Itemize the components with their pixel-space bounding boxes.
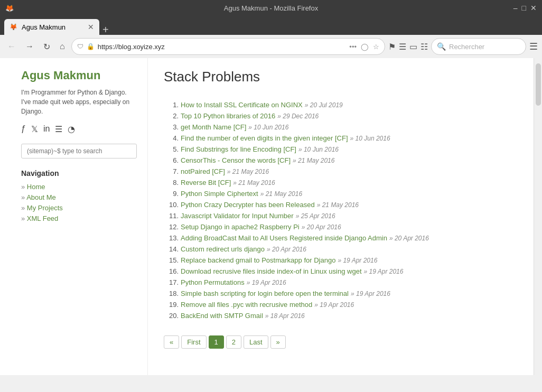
library-icon[interactable]: ☰ xyxy=(399,42,406,52)
nav-item-about[interactable]: About Me xyxy=(21,193,137,201)
maximize-icon[interactable]: □ xyxy=(522,4,526,12)
close-icon[interactable]: ✕ xyxy=(530,4,537,12)
list-item: 6. CensorThis - Censor the words [CF] » … xyxy=(164,156,518,164)
tab-bar: 🦊 Agus Makmun ✕ + xyxy=(0,16,542,35)
page-container: Agus Makmun I'm Programmer for Python & … xyxy=(0,58,542,375)
post-number: 12. xyxy=(164,223,179,231)
github-icon[interactable]: ◔ xyxy=(68,124,75,134)
reload-button[interactable]: ↻ xyxy=(40,40,53,54)
post-number: 17. xyxy=(164,278,179,286)
url-bar[interactable]: 🛡 🔒 https://blog.xoyize.xyz ••• ◯ ☆ xyxy=(71,38,385,55)
tab-close-button[interactable]: ✕ xyxy=(88,23,94,31)
post-date: » 25 Apr 2016 xyxy=(296,212,335,220)
post-link[interactable]: Python Crazy Decrypter has been Released xyxy=(181,201,315,209)
post-link[interactable]: Setup Django in apache2 Raspberry Pi xyxy=(181,223,300,231)
post-date: » 20 Jul 2019 xyxy=(305,101,343,109)
main-content: Stack Problems 1. How to Install SSL Cer… xyxy=(148,58,534,375)
nav-link-home[interactable]: Home xyxy=(27,183,45,191)
post-link[interactable]: Find the number of even digits in the gi… xyxy=(181,134,348,142)
post-date: » 21 May 2016 xyxy=(233,179,275,186)
bookmark-list-icon[interactable]: ⚑ xyxy=(388,42,396,52)
last-page-button[interactable]: Last xyxy=(244,335,268,349)
post-number: 1. xyxy=(164,101,179,109)
post-link[interactable]: Javascript Validator for Input Number xyxy=(181,212,294,220)
window-title: Agus Makmun - Mozilla Firefox xyxy=(224,4,318,12)
post-link[interactable]: Download recrusive files inside index-of… xyxy=(181,267,362,275)
nav-link-about[interactable]: About Me xyxy=(26,193,56,201)
post-link[interactable]: Find Substrings for line Encoding [CF] xyxy=(181,145,296,153)
post-date: » 21 May 2016 xyxy=(317,201,359,209)
bookmark-star-icon[interactable]: ☆ xyxy=(373,43,379,51)
sidebar-toggle-icon[interactable]: ▭ xyxy=(409,42,417,52)
post-link[interactable]: Remove all files .pyc with recrusive met… xyxy=(181,301,312,309)
twitter-icon[interactable]: 𝕏 xyxy=(31,124,38,134)
tab-favicon: 🦊 xyxy=(10,23,17,31)
scrollbar-thumb[interactable] xyxy=(536,63,541,106)
post-link[interactable]: Python Simple Ciphertext xyxy=(181,190,258,198)
minimize-icon[interactable]: – xyxy=(513,4,518,12)
linkedin-icon[interactable]: in xyxy=(43,124,50,134)
new-tab-button[interactable]: + xyxy=(102,24,109,35)
search-bar[interactable]: 🔍 Rechercher xyxy=(431,38,526,55)
post-date: » 19 Apr 2016 xyxy=(314,301,354,309)
list-item: 20. BackEnd with SMTP Gmail » 18 Apr 201… xyxy=(164,312,518,320)
post-link[interactable]: Replace backend gmail to Postmarkapp for… xyxy=(181,256,335,264)
browser-tab[interactable]: 🦊 Agus Makmun ✕ xyxy=(4,19,99,35)
post-number: 4. xyxy=(164,134,179,142)
post-link[interactable]: Adding BroadCast Mail to All Users Regis… xyxy=(181,234,387,242)
post-link[interactable]: get Month Name [CF] xyxy=(181,123,246,131)
forward-button[interactable]: → xyxy=(22,40,37,53)
nav-link-projects[interactable]: My Projects xyxy=(27,204,63,212)
post-number: 3. xyxy=(164,123,179,131)
bookmark-pocket-icon[interactable]: ◯ xyxy=(361,43,369,51)
facebook-icon[interactable]: ƒ xyxy=(21,124,26,134)
page-2-button[interactable]: 2 xyxy=(226,335,241,349)
prev-page-button[interactable]: « xyxy=(164,335,179,349)
url-text[interactable]: https://blog.xoyize.xyz xyxy=(98,43,347,51)
nav-item-projects[interactable]: My Projects xyxy=(21,204,137,212)
hamburger-menu[interactable]: ☰ xyxy=(529,41,538,52)
post-date: » 19 Apr 2016 xyxy=(364,268,404,275)
post-number: 2. xyxy=(164,112,179,120)
nav-links: Home About Me My Projects XML Feed xyxy=(21,183,137,222)
post-link[interactable]: Top 10 Python libraries of 2016 xyxy=(181,112,275,120)
post-date: » 19 Apr 2016 xyxy=(338,257,377,264)
post-link[interactable]: Custom redirect urls django xyxy=(181,245,265,253)
post-link[interactable]: How to Install SSL Certificate on NGINX xyxy=(181,101,303,109)
back-button[interactable]: ← xyxy=(4,40,19,53)
post-link[interactable]: Simple bash scripting for login before o… xyxy=(181,290,349,297)
rss-icon[interactable]: ☰ xyxy=(55,124,62,134)
nav-link-xml[interactable]: XML Feed xyxy=(27,214,59,222)
window-controls: – □ ✕ xyxy=(513,4,537,12)
nav-item-home[interactable]: Home xyxy=(21,183,137,191)
more-options-icon[interactable]: ••• xyxy=(349,43,357,51)
scrollbar[interactable] xyxy=(534,58,542,375)
url-action-icons: ••• ◯ ☆ xyxy=(349,43,379,51)
nav-section-title: Navigation xyxy=(21,169,137,178)
post-link[interactable]: notPaired [CF] xyxy=(181,167,225,175)
post-date: » 20 Apr 2016 xyxy=(389,235,429,242)
post-link[interactable]: CensorThis - Censor the words [CF] xyxy=(181,156,291,164)
list-item: 10. Python Crazy Decrypter has been Rele… xyxy=(164,201,518,209)
nav-item-xml[interactable]: XML Feed xyxy=(21,214,137,222)
list-item: 1. How to Install SSL Certificate on NGI… xyxy=(164,101,518,109)
post-link[interactable]: BackEnd with SMTP Gmail xyxy=(181,312,263,320)
firefox-icon: 🦊 xyxy=(5,4,14,12)
next-page-button[interactable]: » xyxy=(270,335,286,349)
page-1-button[interactable]: 1 xyxy=(209,335,224,349)
site-search-input[interactable] xyxy=(21,144,137,158)
list-item: 14. Custom redirect urls django » 20 Apr… xyxy=(164,245,518,253)
post-number: 14. xyxy=(164,245,179,253)
post-number: 5. xyxy=(164,145,179,153)
nav-bar: ← → ↻ ⌂ 🛡 🔒 https://blog.xoyize.xyz ••• … xyxy=(0,35,542,58)
social-icons: ƒ 𝕏 in ☰ ◔ xyxy=(21,124,137,134)
post-link[interactable]: Reverse Bit [CF] xyxy=(181,179,231,186)
post-link[interactable]: Python Permutations xyxy=(181,278,245,286)
home-button[interactable]: ⌂ xyxy=(57,40,68,53)
toolbar-icons: ⚑ ☰ ▭ ☷ xyxy=(388,42,428,52)
list-item: 17. Python Permutations » 19 Apr 2016 xyxy=(164,278,518,286)
post-number: 9. xyxy=(164,190,179,198)
sidebar: Agus Makmun I'm Programmer for Python & … xyxy=(0,58,148,375)
first-page-button[interactable]: First xyxy=(181,335,206,349)
profile-icon[interactable]: ☷ xyxy=(420,42,428,52)
